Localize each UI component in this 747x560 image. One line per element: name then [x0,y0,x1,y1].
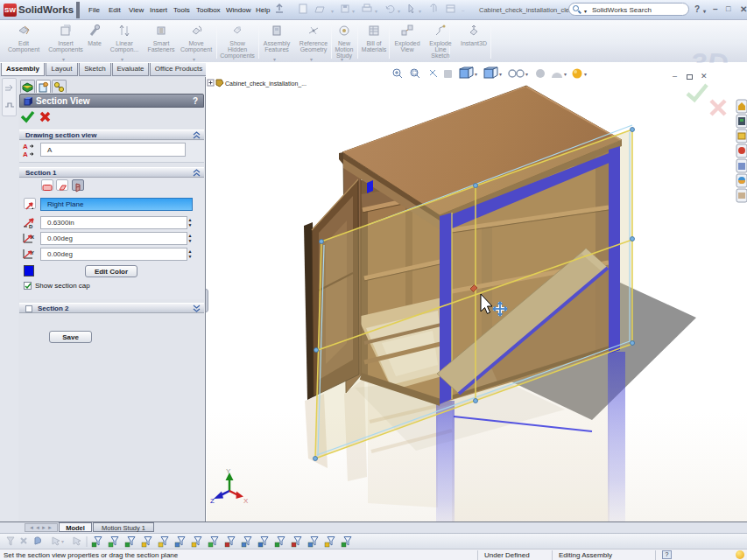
svg-text:▾: ▾ [584,72,587,77]
svg-text:▾: ▾ [499,72,502,77]
svg-text:A: A [23,150,28,158]
svg-text:▾: ▾ [61,539,64,544]
svg-text:Cabinet_check_installation_...: Cabinet_check_installation_... [225,80,307,88]
svg-text:Y: Y [226,467,231,475]
svg-text:X: X [243,497,249,505]
svg-text:X: X [31,234,34,240]
svg-text:▾: ▾ [564,72,567,77]
svg-text:▾: ▾ [475,72,477,77]
svg-text:Y: Y [31,250,34,256]
svg-text:D: D [29,224,33,229]
svg-text:▾: ▾ [525,72,528,77]
svg-text:A: A [23,143,28,150]
svg-text:Z: Z [210,497,215,505]
